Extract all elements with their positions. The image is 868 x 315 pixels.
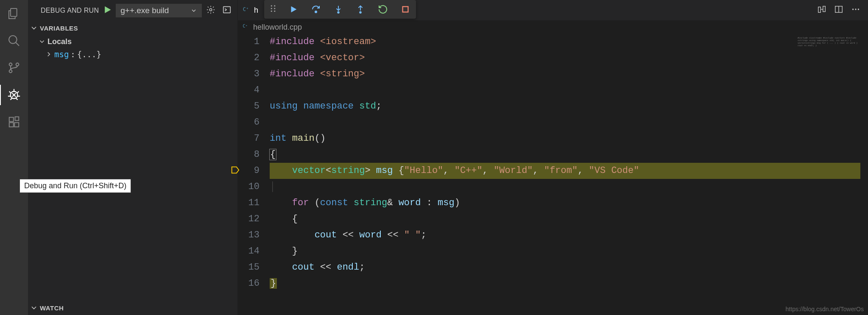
watch-section-header[interactable]: WATCH [28, 301, 237, 315]
watermark: https://blog.csdn.net/TowerOs [786, 306, 864, 312]
svg-point-42 [855, 8, 856, 10]
step-over-button[interactable] [311, 4, 321, 14]
svg-point-43 [858, 8, 859, 10]
line-number: 6 [238, 114, 260, 131]
cpp-file-icon: C⁺ [242, 5, 251, 15]
gutter: 1 2 3 4 5 6 7 8 9 10 11 12 13 14 15 16 [238, 34, 270, 315]
code-editor[interactable]: 1 2 3 4 5 6 7 8 9 10 11 12 13 14 15 16 #… [238, 34, 868, 315]
code-line: { [270, 211, 868, 227]
svg-point-5 [16, 63, 19, 66]
line-number: 16 [238, 276, 260, 292]
step-out-button[interactable] [356, 5, 365, 14]
line-number: 11 [238, 195, 260, 211]
code-lines: #include <iostream> #include <vector> #i… [270, 34, 868, 315]
svg-marker-20 [105, 7, 110, 12]
locals-label: Locals [47, 37, 72, 46]
activity-explorer[interactable] [6, 6, 22, 21]
svg-rect-38 [823, 6, 826, 12]
step-over-icon [311, 4, 321, 14]
step-into-icon [334, 5, 343, 14]
chevron-down-icon [190, 7, 197, 14]
code-line: cout << endl; [270, 259, 868, 276]
svg-line-2 [16, 42, 19, 46]
svg-rect-36 [403, 7, 408, 12]
code-line: #include <vector> [270, 50, 868, 66]
toolbar-grip[interactable] [270, 4, 276, 14]
svg-point-41 [852, 8, 854, 10]
play-icon [103, 6, 112, 14]
debug-settings-button[interactable] [206, 5, 215, 16]
line-number: 2 [238, 50, 260, 66]
tab-label[interactable]: h [254, 6, 258, 15]
svg-line-12 [11, 98, 12, 100]
svg-point-28 [271, 11, 272, 12]
chevron-down-icon [38, 38, 46, 45]
play-icon [289, 5, 298, 14]
svg-point-1 [9, 36, 17, 44]
activity-extensions[interactable] [6, 114, 22, 130]
svg-point-29 [274, 11, 275, 12]
ellipsis-icon [851, 5, 860, 14]
locals-row[interactable]: Locals [28, 35, 237, 48]
code-line-current: vector<string> msg {"Hello", "C++", "Wor… [270, 163, 868, 179]
variable-row[interactable]: msg: {...} [28, 48, 237, 61]
svg-line-9 [17, 92, 19, 93]
tab-bar: C⁺ h [238, 0, 868, 20]
editor-actions [817, 5, 868, 16]
compare-changes-button[interactable] [817, 5, 826, 16]
code-line: using namespace std; [270, 98, 868, 114]
chevron-right-icon [45, 50, 53, 58]
search-icon [7, 34, 21, 47]
svg-rect-37 [818, 7, 821, 13]
debug-console-button[interactable] [222, 5, 232, 16]
watch-label: WATCH [40, 304, 64, 312]
code-line: #include <string> [270, 66, 868, 82]
continue-button[interactable] [289, 5, 298, 14]
svg-rect-16 [9, 117, 14, 122]
svg-point-27 [274, 8, 275, 9]
editor-area: C⁺ h [237, 0, 868, 315]
svg-point-35 [360, 12, 361, 14]
breadcrumb[interactable]: C⁺ helloworld.cpp [238, 20, 868, 34]
variable-sep: : [70, 50, 75, 59]
svg-point-24 [271, 5, 272, 6]
svg-point-4 [9, 70, 12, 73]
svg-text:C⁺: C⁺ [243, 24, 248, 28]
activity-debug[interactable] [6, 87, 22, 103]
variables-section-header[interactable]: VARIABLES [28, 21, 237, 35]
line-number: 15 [238, 259, 260, 276]
debug-config-select[interactable]: g++.exe build [116, 4, 202, 17]
debug-config-label: g++.exe build [120, 6, 169, 15]
activity-search[interactable] [6, 33, 22, 48]
scrollbar[interactable] [860, 34, 868, 315]
activity-scm[interactable] [6, 60, 22, 75]
code-line: #include <iostream> [270, 34, 868, 50]
start-debug-button[interactable] [103, 6, 112, 16]
svg-rect-18 [14, 123, 19, 127]
terminal-icon [222, 5, 232, 14]
svg-marker-30 [291, 6, 297, 13]
step-into-button[interactable] [334, 5, 343, 14]
line-number: 1 [238, 34, 260, 50]
restart-button[interactable] [378, 4, 388, 14]
code-line: │ [270, 179, 868, 195]
restart-icon [378, 4, 388, 14]
debug-sidebar: DEBUG AND RUN g++.exe build VARIABLES Lo… [28, 0, 237, 315]
line-number: 12 [238, 211, 260, 227]
more-actions-button[interactable] [851, 5, 860, 16]
variables-label: VARIABLES [40, 25, 78, 32]
code-line: { [270, 147, 868, 163]
stop-button[interactable] [401, 5, 410, 14]
code-line [270, 114, 868, 131]
code-line: int main() [270, 131, 868, 147]
svg-point-31 [315, 11, 317, 13]
line-number: 3 [238, 66, 260, 82]
debug-toolbar [264, 0, 416, 19]
line-number: 13 [238, 227, 260, 243]
minimap[interactable]: #include <iostream> #include <vector> #i… [798, 36, 861, 100]
cpp-file-icon: C⁺ [242, 22, 250, 32]
split-editor-button[interactable] [834, 5, 843, 16]
debug-icon [7, 88, 21, 102]
svg-line-13 [16, 98, 17, 100]
svg-rect-0 [11, 8, 17, 17]
